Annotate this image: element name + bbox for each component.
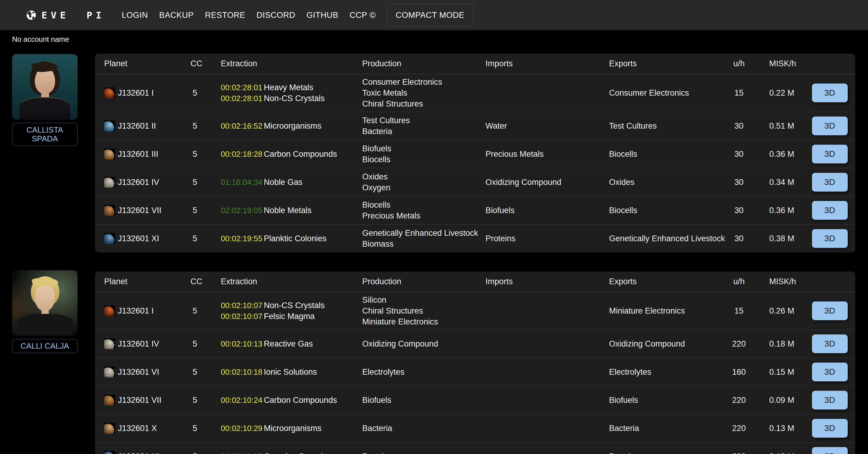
top-navbar: EVE PI LOGIN BACKUP RESTORE DISCORD GITH… xyxy=(0,0,868,30)
nav-link-backup[interactable]: BACKUP xyxy=(159,10,194,20)
production-cell: Test CulturesBacteria xyxy=(362,115,486,137)
view-3d-button[interactable]: 3D xyxy=(812,117,848,135)
nav-link-discord[interactable]: DISCORD xyxy=(256,10,295,20)
view-3d-button[interactable]: 3D xyxy=(812,84,848,102)
extraction-line: 00:02:19:55Planktic Colonies xyxy=(221,233,362,244)
command-center-level: 5 xyxy=(190,206,221,215)
view-3d-button[interactable]: 3D xyxy=(812,363,848,381)
nav-link-restore[interactable]: RESTORE xyxy=(205,10,246,20)
exports-item: Proteins xyxy=(609,451,724,454)
extraction-timer: 01:16:04:34 xyxy=(221,177,261,188)
view-3d-button[interactable]: 3D xyxy=(812,301,848,320)
planet-name: J132601 IV xyxy=(118,339,159,349)
extraction-timer: 00:02:10:18 xyxy=(221,366,261,378)
production-cell: Bacteria xyxy=(362,423,486,434)
view-3d-button[interactable]: 3D xyxy=(812,201,848,220)
production-item: Biofuels xyxy=(362,395,486,406)
planet-cell: J132601 VII xyxy=(104,395,190,406)
planet-name: J132601 VII xyxy=(118,206,161,215)
units-per-hour: 220 xyxy=(724,396,754,405)
column-header-misk: MISK/h xyxy=(754,277,812,286)
view-3d-button[interactable]: 3D xyxy=(812,334,848,353)
column-header-extraction: Extraction xyxy=(221,59,362,68)
extraction-line: 00:02:10:24Carbon Compounds xyxy=(221,395,362,406)
planet-icon xyxy=(104,205,115,216)
column-header-production: Production xyxy=(362,277,486,286)
table-body: J132601 I 5 00:02:10:07Non-CS Crystals00… xyxy=(95,292,855,454)
brand-title: EVE PI xyxy=(41,10,105,21)
planet-cell: J132601 VII xyxy=(104,205,190,216)
production-item: Test Cultures xyxy=(362,115,486,126)
command-center-level: 5 xyxy=(190,306,221,316)
column-header-cc: CC xyxy=(190,59,221,68)
production-item: Electrolytes xyxy=(362,366,486,378)
exports-item: Electrolytes xyxy=(609,366,724,378)
nav-menu: LOGIN BACKUP RESTORE DISCORD GITHUB CCP … xyxy=(122,4,473,26)
globe-icon xyxy=(26,10,37,21)
column-header-cc: CC xyxy=(190,277,221,286)
character-portrait[interactable] xyxy=(12,54,78,120)
exports-item: Bacteria xyxy=(609,423,724,434)
column-header-extraction: Extraction xyxy=(221,277,362,286)
extraction-resource: Carbon Compounds xyxy=(264,149,337,160)
misk-per-hour: 0.18 M xyxy=(754,339,812,349)
command-center-level: 5 xyxy=(190,367,221,377)
planet-row: J132601 X 5 00:02:10:29Microorganisms Ba… xyxy=(95,414,855,442)
nav-link-github[interactable]: GITHUB xyxy=(307,10,338,20)
extraction-timer: 00:02:10:35 xyxy=(221,451,261,454)
misk-per-hour: 0.13 M xyxy=(754,424,812,433)
extraction-line: 00:02:10:18Ionic Solutions xyxy=(221,366,362,378)
exports-cell: Miniature Electronics xyxy=(609,305,724,316)
nav-link-ccp[interactable]: CCP © xyxy=(349,10,376,20)
exports-item: Genetically Enhanced Livestock xyxy=(609,233,724,244)
planet-icon xyxy=(104,338,115,349)
command-center-level: 5 xyxy=(190,339,221,349)
units-per-hour: 220 xyxy=(724,339,754,349)
command-center-level: 5 xyxy=(190,234,221,244)
production-item: Chiral Structures xyxy=(362,98,486,109)
production-cell: Electrolytes xyxy=(362,366,486,378)
column-header-imports: Imports xyxy=(486,277,609,286)
extraction-line: 00:02:10:35Complex Organisms xyxy=(221,451,362,454)
extraction-cell: 00:02:10:18Ionic Solutions xyxy=(221,366,362,378)
extraction-timer: 00:02:19:55 xyxy=(221,233,261,244)
extraction-timer: 00:02:10:24 xyxy=(221,395,261,406)
planet-row: J132601 XI 5 00:02:10:35Complex Organism… xyxy=(95,442,855,454)
extraction-line: 00:02:10:29Microorganisms xyxy=(221,423,362,434)
nav-link-login[interactable]: LOGIN xyxy=(122,10,148,20)
extraction-line: 00:02:10:13Reactive Gas xyxy=(221,338,362,349)
production-cell: BiofuelsBiocells xyxy=(362,143,486,165)
actions-cell: 3D xyxy=(812,173,848,192)
planet-name: J132601 VI xyxy=(118,367,159,377)
character-portrait[interactable] xyxy=(12,270,78,336)
extraction-cell: 00:02:10:35Complex Organisms xyxy=(221,451,362,454)
table-header-row: Planet CC Extraction Production Imports … xyxy=(95,54,855,74)
view-3d-button[interactable]: 3D xyxy=(812,391,848,410)
view-3d-button[interactable]: 3D xyxy=(812,447,848,454)
character-name-button[interactable]: CALLI CALJA xyxy=(12,339,78,353)
extraction-resource: Noble Gas xyxy=(264,177,303,188)
production-item: Biocells xyxy=(362,199,486,210)
production-item: Biomass xyxy=(362,238,486,250)
avatar-face xyxy=(35,284,55,311)
actions-cell: 3D xyxy=(812,363,848,381)
units-per-hour: 160 xyxy=(724,367,754,377)
view-3d-button[interactable]: 3D xyxy=(812,145,848,163)
view-3d-button[interactable]: 3D xyxy=(812,173,848,192)
planet-name: J132601 X xyxy=(118,424,157,433)
command-center-level: 5 xyxy=(190,178,221,187)
production-item: Precious Metals xyxy=(362,210,486,221)
brand[interactable]: EVE PI xyxy=(26,10,105,21)
view-3d-button[interactable]: 3D xyxy=(812,419,848,437)
planet-row: J132601 II 5 00:02:16:52Microorganisms T… xyxy=(95,112,855,140)
character-name-button[interactable]: CALLISTA SPADA xyxy=(12,123,78,146)
planet-cell: J132601 X xyxy=(104,423,190,434)
character-panel-1: CALLISTA SPADA xyxy=(12,54,78,146)
production-item: Consumer Electronics xyxy=(362,76,486,88)
planet-cell: J132601 III xyxy=(104,149,190,160)
compact-mode-button[interactable]: COMPACT MODE xyxy=(387,4,473,26)
view-3d-button[interactable]: 3D xyxy=(812,229,848,248)
column-header-misk: MISK/h xyxy=(754,59,812,68)
exports-cell: Consumer Electronics xyxy=(609,88,724,98)
planet-name: J132601 I xyxy=(118,88,154,98)
